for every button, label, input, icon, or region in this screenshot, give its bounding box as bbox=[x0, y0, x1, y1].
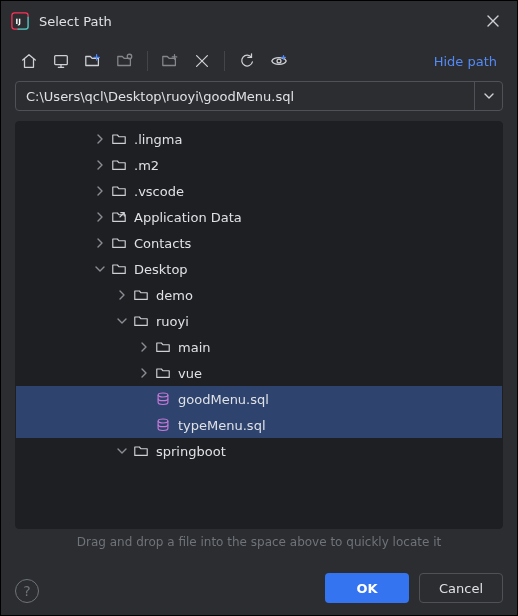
tree-row-label: ruoyi bbox=[156, 314, 189, 329]
help-button[interactable]: ? bbox=[15, 579, 39, 603]
home-button[interactable] bbox=[15, 47, 43, 75]
folder-icon bbox=[132, 442, 150, 460]
database-icon bbox=[154, 416, 172, 434]
chevron-down-icon[interactable] bbox=[112, 311, 132, 331]
cancel-button[interactable]: Cancel bbox=[419, 573, 503, 603]
svg-point-5 bbox=[277, 59, 281, 63]
chevron-right-icon[interactable] bbox=[112, 285, 132, 305]
show-hidden-button[interactable] bbox=[265, 47, 293, 75]
folder-icon bbox=[154, 338, 172, 356]
tree-row-label: springboot bbox=[156, 444, 226, 459]
tree-row-label: typeMenu.sql bbox=[178, 418, 266, 433]
chevron-right-icon[interactable] bbox=[90, 233, 110, 253]
dialog-title: Select Path bbox=[39, 14, 112, 29]
tree-row[interactable]: Desktop bbox=[16, 256, 502, 282]
tree-row-label: demo bbox=[156, 288, 193, 303]
toolbar: Hide path bbox=[1, 41, 517, 81]
project-button[interactable] bbox=[79, 47, 107, 75]
folder-icon bbox=[110, 260, 128, 278]
file-tree-wrap: .lingma.m2.vscodeApplication DataContact… bbox=[15, 121, 503, 529]
path-input[interactable] bbox=[16, 82, 474, 110]
chevron-right-icon[interactable] bbox=[134, 363, 154, 383]
app-icon: IJ bbox=[11, 12, 29, 30]
tree-row-label: Application Data bbox=[134, 210, 242, 225]
refresh-button[interactable] bbox=[233, 47, 261, 75]
tree-row[interactable]: .vscode bbox=[16, 178, 502, 204]
desktop-button[interactable] bbox=[47, 47, 75, 75]
tree-row[interactable]: vue bbox=[16, 360, 502, 386]
tree-row[interactable]: Contacts bbox=[16, 230, 502, 256]
tree-row-label: vue bbox=[178, 366, 202, 381]
tree-row[interactable]: typeMenu.sql bbox=[16, 412, 502, 438]
chevron-right-icon[interactable] bbox=[90, 181, 110, 201]
ok-button[interactable]: OK bbox=[325, 573, 409, 603]
tree-row-label: .lingma bbox=[134, 132, 182, 147]
path-input-wrap bbox=[15, 81, 503, 111]
tree-row-label: .vscode bbox=[134, 184, 184, 199]
tree-row[interactable]: springboot bbox=[16, 438, 502, 464]
folder-shortcut-icon bbox=[110, 208, 128, 226]
dialog-footer: ? OK Cancel bbox=[1, 561, 517, 615]
titlebar: IJ Select Path bbox=[1, 1, 517, 41]
chevron-right-icon[interactable] bbox=[90, 207, 110, 227]
module-button[interactable] bbox=[111, 47, 139, 75]
tree-row-label: Desktop bbox=[134, 262, 188, 277]
folder-icon bbox=[110, 156, 128, 174]
folder-icon bbox=[110, 234, 128, 252]
tree-row-label: main bbox=[178, 340, 210, 355]
tree-row[interactable]: Application Data bbox=[16, 204, 502, 230]
chevron-down-icon[interactable] bbox=[90, 259, 110, 279]
select-path-dialog: IJ Select Path bbox=[0, 0, 518, 616]
tree-row[interactable]: main bbox=[16, 334, 502, 360]
database-icon bbox=[154, 390, 172, 408]
file-tree[interactable]: .lingma.m2.vscodeApplication DataContact… bbox=[16, 122, 502, 528]
path-dropdown-button[interactable] bbox=[474, 82, 502, 110]
folder-icon bbox=[110, 130, 128, 148]
drop-hint: Drag and drop a file into the space abov… bbox=[1, 529, 517, 561]
tree-row-label: goodMenu.sql bbox=[178, 392, 269, 407]
folder-icon bbox=[132, 312, 150, 330]
svg-rect-3 bbox=[55, 56, 68, 65]
new-folder-button[interactable] bbox=[156, 47, 184, 75]
folder-icon bbox=[110, 182, 128, 200]
folder-icon bbox=[154, 364, 172, 382]
tree-row-label: Contacts bbox=[134, 236, 191, 251]
tree-row[interactable]: goodMenu.sql bbox=[16, 386, 502, 412]
tree-row-label: .m2 bbox=[134, 158, 159, 173]
chevron-right-icon[interactable] bbox=[134, 337, 154, 357]
chevron-down-icon[interactable] bbox=[112, 441, 132, 461]
toolbar-separator bbox=[224, 51, 225, 71]
tree-row[interactable]: demo bbox=[16, 282, 502, 308]
chevron-right-icon[interactable] bbox=[90, 129, 110, 149]
path-row bbox=[1, 81, 517, 121]
chevron-right-icon[interactable] bbox=[90, 155, 110, 175]
svg-text:IJ: IJ bbox=[16, 17, 22, 26]
delete-button[interactable] bbox=[188, 47, 216, 75]
tree-row[interactable]: ruoyi bbox=[16, 308, 502, 334]
hide-path-link[interactable]: Hide path bbox=[428, 50, 503, 73]
close-button[interactable] bbox=[479, 7, 507, 35]
tree-row[interactable]: .lingma bbox=[16, 126, 502, 152]
tree-row[interactable]: .m2 bbox=[16, 152, 502, 178]
toolbar-separator bbox=[147, 51, 148, 71]
folder-icon bbox=[132, 286, 150, 304]
